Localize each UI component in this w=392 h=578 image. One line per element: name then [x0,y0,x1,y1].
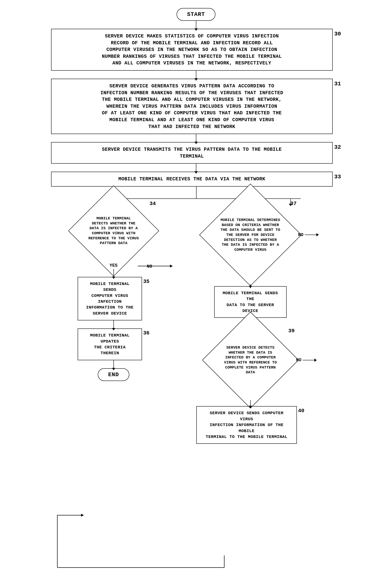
step36-num: 36 [143,329,149,336]
step37-num: 37 [290,201,297,207]
step35-row: MOBILE TERMINAL SENDS COMPUTER VIRUS INF… [78,277,149,320]
step40-row: SERVER DEVICE SENDS COMPUTER VIRUS INFEC… [196,406,304,444]
step39-diamond-row: SERVER DEVICE DETECTS WHETHER THE DATA I… [216,326,285,394]
right-column: MOBILE TERMINAL DETERMINES BASED ON CRIT… [160,199,329,444]
step37-diamond: MOBILE TERMINAL DETERMINES BASED ON CRIT… [199,184,302,286]
step33-box: MOBILE TERMINAL RECEIVES THE DATA VIA TH… [51,172,333,187]
yes34-arrow: YES [82,263,146,277]
start-node: START [176,8,216,21]
step33-num: 33 [334,172,341,180]
arrow36-end [82,360,146,368]
step36-box: MOBILE TERMINAL UPDATES THE CRITERIA THE… [78,329,142,360]
arrow35-36 [82,320,146,329]
step30-text: SERVER DEVICE MAKES STATISTICS OF COMPUT… [102,33,282,66]
step35-text: MOBILE TERMINAL SENDS COMPUTER VIRUS INF… [86,282,133,316]
step33-row: MOBILE TERMINAL RECEIVES THE DATA VIA TH… [25,172,367,187]
step30-num: 30 [334,29,341,37]
arrow-32-to-33 [196,164,196,172]
step32-text: SERVER DEVICE TRANSMITS THE VIRUS PATTER… [102,147,282,159]
step40-num: 40 [298,406,304,414]
step31-num: 31 [334,79,341,87]
step39-diamond-container: SERVER DEVICE DETECTS WHETHER THE DATA I… [216,326,285,394]
no39-arrow: NO [296,358,314,363]
arrow-start-to-30 [196,21,196,29]
step35-box: MOBILE TERMINAL SENDS COMPUTER VIRUS INF… [78,277,142,320]
left-column: MOBILE TERMINAL DETECTS WHETHER THE DATA… [63,199,160,381]
step40-box: SERVER DEVICE SENDS COMPUTER VIRUS INFEC… [196,406,297,444]
step30-box: SERVER DEVICE MAKES STATISTICS OF COMPUT… [51,29,333,71]
step34-num: 34 [149,201,156,207]
step37-text: MOBILE TERMINAL DETERMINES BASED ON CRIT… [220,218,281,252]
step36-row: MOBILE TERMINAL UPDATES THE CRITERIA THE… [78,329,149,360]
step31-row: SERVER DEVICE GENERATES VIRUS PATTERN DA… [25,79,367,134]
two-col-section: MOBILE TERMINAL DETECTS WHETHER THE DATA… [55,199,337,444]
step33-text: MOBILE TERMINAL RECEIVES THE DATA VIA TH… [119,176,265,182]
step30-row: SERVER DEVICE MAKES STATISTICS OF COMPUT… [25,29,367,71]
step34-diamond: MOBILE TERMINAL DETECTS WHETHER THE DATA… [68,185,159,277]
yes34-label: YES [110,263,118,268]
step38-text: MOBILE TERMINAL SENDS THE DATA TO THE SE… [223,291,278,313]
step32-box: SERVER DEVICE TRANSMITS THE VIRUS PATTER… [51,142,333,164]
no39-label: NO [296,358,301,363]
arrow-31-to-32 [196,134,196,142]
step36-text: MOBILE TERMINAL UPDATES THE CRITERIA THE… [90,333,130,355]
step32-num: 32 [334,142,341,150]
step32-row: SERVER DEVICE TRANSMITS THE VIRUS PATTER… [25,142,367,164]
step34-diamond-row: MOBILE TERMINAL DETECTS WHETHER THE DATA… [82,199,146,263]
step34-text: MOBILE TERMINAL DETECTS WHETHER THE DATA… [87,216,140,246]
step39-num: 39 [288,328,295,334]
step31-text: SERVER DEVICE GENERATES VIRUS PATTERN DA… [100,83,283,129]
split-arrow [55,187,337,199]
step37-diamond-container: MOBILE TERMINAL DETERMINES BASED ON CRIT… [214,199,287,271]
no37-arrow: NO [298,232,317,237]
step39-diamond: SERVER DEVICE DETECTS WHETHER THE DATA I… [202,312,299,409]
step35-num: 35 [143,277,149,285]
step39-text: SERVER DEVICE DETECTS WHETHER THE DATA I… [222,345,279,375]
step37-diamond-row: MOBILE TERMINAL DETERMINES BASED ON CRIT… [214,199,287,271]
step40-text: SERVER DEVICE SENDS COMPUTER VIRUS INFEC… [206,411,287,439]
no37-label: NO [298,232,303,237]
step31-box: SERVER DEVICE GENERATES VIRUS PATTERN DA… [51,79,333,134]
arrow-30-to-31 [196,71,196,79]
step34-diamond-container: MOBILE TERMINAL DETECTS WHETHER THE DATA… [82,199,146,263]
flowchart: START SERVER DEVICE MAKES STATISTICS OF … [25,8,367,570]
